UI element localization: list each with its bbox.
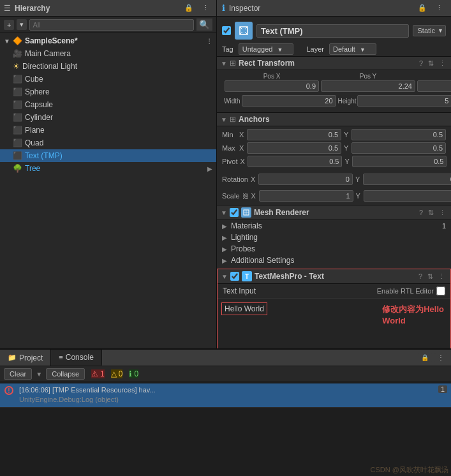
console-entry-icon: ! (4, 385, 14, 396)
tmp-settings-button[interactable]: ⇅ (426, 272, 434, 281)
inspector-info-icon: ℹ (222, 3, 225, 13)
tag-dropdown[interactable]: Untagged ▼ (239, 43, 294, 55)
materials-item[interactable]: ▶ Materials 1 (217, 220, 451, 232)
tmp-menu-button[interactable]: ⋮ (437, 272, 447, 281)
rotation-y-input[interactable] (363, 174, 451, 185)
component-enable-checkbox[interactable] (222, 26, 231, 35)
pos-z-input[interactable] (417, 80, 451, 92)
component-name-input[interactable] (256, 24, 409, 38)
anchor-max-y-input[interactable] (351, 142, 446, 154)
add-child-button[interactable]: ▾ (17, 19, 27, 30)
hierarchy-list: ▼ 🔶 SampleScene* ⋮ 🎥 Main Camera ☀ Direc… (0, 33, 216, 348)
scale-y-input[interactable] (364, 190, 451, 202)
rtl-label: Enable RTL Editor (377, 287, 434, 295)
hierarchy-lock-button[interactable]: 🔒 (181, 3, 196, 13)
width-input[interactable] (242, 95, 336, 107)
hierarchy-item-directional-light[interactable]: ☀ Directional Light (0, 60, 216, 73)
rect-transform-help-button[interactable]: ? (418, 59, 424, 68)
anchor-max-y-axis: Y (344, 144, 350, 152)
mesh-renderer-header[interactable]: ▼ Mesh Renderer ? ⇅ ⋮ (217, 205, 451, 220)
additional-settings-label: Additional Settings (231, 256, 294, 265)
hierarchy-search-icon-button[interactable]: 🔍 (196, 19, 212, 31)
lighting-item[interactable]: ▶ Lighting (217, 232, 451, 243)
hierarchy-menu-button[interactable]: ⋮ (199, 3, 212, 13)
static-dropdown[interactable]: Static ▼ (413, 25, 446, 36)
anchor-min-x-input[interactable] (247, 129, 341, 140)
light-icon: ☀ (13, 62, 20, 71)
additional-settings-arrow-icon: ▶ (222, 257, 228, 264)
rect-transform-menu-button[interactable]: ⋮ (438, 59, 447, 68)
console-menu-button[interactable]: ⋮ (434, 353, 447, 362)
clear-button[interactable]: Clear (4, 368, 32, 380)
scale-x-axis: X (251, 192, 258, 200)
mesh-renderer-menu-button[interactable]: ⋮ (438, 209, 447, 217)
filter-warn-button[interactable]: △ 0 (111, 369, 123, 378)
hierarchy-item-quad[interactable]: ⬛ Quad (0, 137, 216, 149)
hierarchy-item-sphere[interactable]: ⬛ Sphere (0, 86, 216, 98)
pos-x-input[interactable] (225, 80, 319, 92)
anchor-min-y-input[interactable] (351, 129, 446, 140)
tree-arrow-icon: ▶ (207, 165, 212, 172)
rect-transform-settings-button[interactable]: ⇅ (427, 59, 435, 68)
tmp-help-button[interactable]: ? (417, 272, 424, 281)
inspector-content: Static ▼ Tag Untagged ▼ Layer Default ▼ (217, 17, 451, 348)
hierarchy-scene-item[interactable]: ▼ 🔶 SampleScene* ⋮ (0, 34, 216, 47)
rtl-row: Enable RTL Editor (377, 286, 445, 295)
add-object-button[interactable]: + (4, 20, 14, 30)
pos-y-input[interactable] (321, 80, 415, 92)
hierarchy-item-label: Plane (25, 126, 45, 135)
textmeshpro-header[interactable]: ▼ T TextMeshPro - Text ? ⇅ ⋮ (218, 269, 450, 284)
camera-icon: 🎥 (13, 49, 22, 58)
console-lock-button[interactable]: 🔒 (418, 353, 432, 362)
anchors-header[interactable]: ▼ ⊞ Anchors (217, 112, 451, 126)
pos-y-axis-label: Pos Y (321, 73, 415, 80)
bottom-tabs: 📁 Project ≡ Console 🔒 ⋮ (0, 350, 451, 366)
mesh-renderer-help-button[interactable]: ? (418, 209, 424, 217)
console-entry[interactable]: ! [16:06:06] [TMP Essential Resources] h… (0, 383, 451, 408)
height-input[interactable] (357, 95, 451, 107)
hierarchy-item-capsule[interactable]: ⬛ Capsule (0, 98, 216, 111)
hierarchy-item-text-tmp[interactable]: ⬛ Text (TMP) (0, 149, 216, 162)
anchor-pivot-x-input[interactable] (248, 156, 342, 167)
inspector-menu-button[interactable]: ⋮ (433, 3, 446, 13)
anchor-max-x-input[interactable] (247, 142, 341, 154)
anchor-pivot-y-input[interactable] (352, 156, 447, 167)
collapse-button[interactable]: Collapse (46, 368, 85, 380)
inspector-lock-button[interactable]: 🔒 (415, 3, 430, 13)
materials-arrow-icon: ▶ (222, 223, 228, 230)
text-input-row: Text Input Enable RTL Editor (218, 284, 450, 299)
clear-dropdown-icon[interactable]: ▼ (36, 371, 42, 378)
hierarchy-item-plane[interactable]: ⬛ Plane (0, 124, 216, 137)
mesh-renderer-settings-button[interactable]: ⇅ (427, 209, 435, 217)
hierarchy-item-cube[interactable]: ⬛ Cube (0, 73, 216, 86)
hierarchy-search-input[interactable] (29, 19, 194, 31)
layer-dropdown[interactable]: Default ▼ (329, 43, 376, 55)
inspector-panel: ℹ Inspector 🔒 ⋮ (217, 0, 451, 348)
hierarchy-item-cylinder[interactable]: ⬛ Cylinder (0, 111, 216, 124)
scale-x-input[interactable] (259, 190, 353, 202)
hierarchy-item-tree[interactable]: 🌳 Tree ▶ (0, 162, 216, 175)
warn-count: 0 (119, 369, 123, 378)
additional-settings-item[interactable]: ▶ Additional Settings (217, 255, 451, 266)
tab-console[interactable]: ≡ Console (51, 350, 101, 366)
info-count: 0 (134, 369, 138, 378)
tmp-enable-checkbox[interactable] (230, 272, 239, 281)
height-label: Height (338, 98, 357, 105)
anchors-arrow-icon: ▼ (221, 116, 227, 123)
warn-icon: △ (111, 369, 117, 378)
rotation-x-input[interactable] (258, 174, 353, 185)
hierarchy-item-label: Directional Light (22, 62, 77, 71)
mesh-renderer-enable-checkbox[interactable] (230, 208, 239, 217)
component-header: Static ▼ (217, 19, 451, 42)
rect-transform-header[interactable]: ▼ ⊞ Rect Transform ? ⇅ ⋮ (217, 56, 451, 70)
hierarchy-item-main-camera[interactable]: 🎥 Main Camera (0, 47, 216, 60)
console-time: [16:06:06] (19, 386, 50, 394)
tmp-title: TextMeshPro - Text (255, 272, 324, 281)
rtl-checkbox[interactable] (436, 286, 445, 295)
tab-project[interactable]: 📁 Project (0, 350, 51, 366)
hello-world-text: Hello World (221, 302, 267, 315)
tag-layer-row: Tag Untagged ▼ Layer Default ▼ (217, 42, 451, 56)
filter-info-button[interactable]: ℹ 0 (129, 369, 138, 378)
probes-item[interactable]: ▶ Probes (217, 243, 451, 255)
filter-error-button[interactable]: ⚠ 1 (91, 369, 105, 378)
